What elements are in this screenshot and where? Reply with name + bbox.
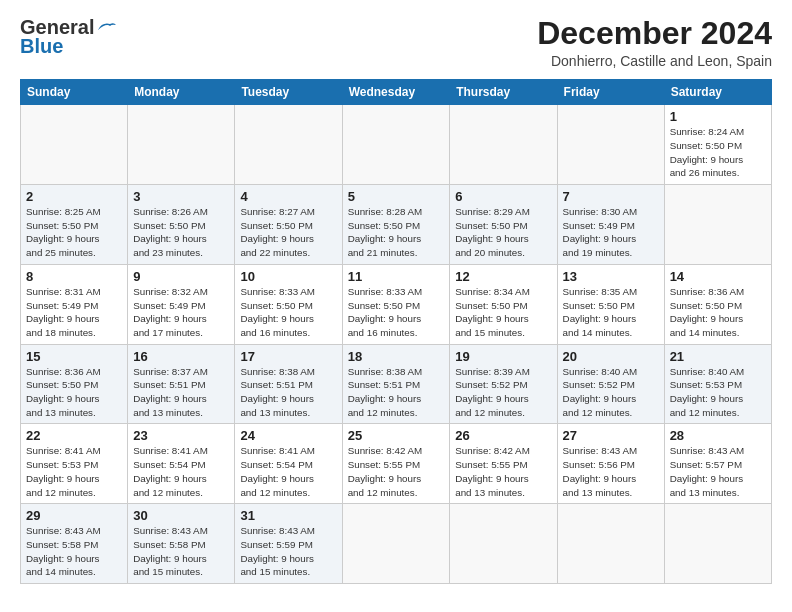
table-row: 7Sunrise: 8:30 AMSunset: 5:49 PMDaylight… xyxy=(557,185,664,265)
table-row: 30Sunrise: 8:43 AMSunset: 5:58 PMDayligh… xyxy=(128,504,235,584)
day-number: 9 xyxy=(133,269,229,284)
day-info: Sunrise: 8:42 AMSunset: 5:55 PMDaylight:… xyxy=(455,444,551,499)
day-number: 29 xyxy=(26,508,122,523)
table-row xyxy=(450,504,557,584)
day-info: Sunrise: 8:29 AMSunset: 5:50 PMDaylight:… xyxy=(455,205,551,260)
table-row: 10Sunrise: 8:33 AMSunset: 5:50 PMDayligh… xyxy=(235,264,342,344)
day-info: Sunrise: 8:33 AMSunset: 5:50 PMDaylight:… xyxy=(348,285,445,340)
day-info: Sunrise: 8:43 AMSunset: 5:59 PMDaylight:… xyxy=(240,524,336,579)
day-info: Sunrise: 8:42 AMSunset: 5:55 PMDaylight:… xyxy=(348,444,445,499)
title-block: December 2024 Donhierro, Castille and Le… xyxy=(537,16,772,69)
day-info: Sunrise: 8:37 AMSunset: 5:51 PMDaylight:… xyxy=(133,365,229,420)
table-row: 2Sunrise: 8:25 AMSunset: 5:50 PMDaylight… xyxy=(21,185,128,265)
table-row xyxy=(342,105,450,185)
day-info: Sunrise: 8:41 AMSunset: 5:54 PMDaylight:… xyxy=(133,444,229,499)
day-number: 7 xyxy=(563,189,659,204)
day-info: Sunrise: 8:34 AMSunset: 5:50 PMDaylight:… xyxy=(455,285,551,340)
table-row: 27Sunrise: 8:43 AMSunset: 5:56 PMDayligh… xyxy=(557,424,664,504)
logo: General Blue xyxy=(20,16,118,58)
calendar-week-row: 22Sunrise: 8:41 AMSunset: 5:53 PMDayligh… xyxy=(21,424,772,504)
day-info: Sunrise: 8:36 AMSunset: 5:50 PMDaylight:… xyxy=(670,285,766,340)
day-number: 26 xyxy=(455,428,551,443)
calendar-table: Sunday Monday Tuesday Wednesday Thursday… xyxy=(20,79,772,584)
calendar-page: General Blue December 2024 Donhierro, Ca… xyxy=(0,0,792,612)
day-number: 17 xyxy=(240,349,336,364)
table-row: 8Sunrise: 8:31 AMSunset: 5:49 PMDaylight… xyxy=(21,264,128,344)
day-number: 14 xyxy=(670,269,766,284)
table-row: 17Sunrise: 8:38 AMSunset: 5:51 PMDayligh… xyxy=(235,344,342,424)
day-info: Sunrise: 8:39 AMSunset: 5:52 PMDaylight:… xyxy=(455,365,551,420)
day-info: Sunrise: 8:30 AMSunset: 5:49 PMDaylight:… xyxy=(563,205,659,260)
table-row xyxy=(342,504,450,584)
day-number: 28 xyxy=(670,428,766,443)
table-row: 22Sunrise: 8:41 AMSunset: 5:53 PMDayligh… xyxy=(21,424,128,504)
day-info: Sunrise: 8:33 AMSunset: 5:50 PMDaylight:… xyxy=(240,285,336,340)
logo-bird-icon xyxy=(96,20,118,36)
table-row: 15Sunrise: 8:36 AMSunset: 5:50 PMDayligh… xyxy=(21,344,128,424)
day-number: 20 xyxy=(563,349,659,364)
calendar-week-row: 29Sunrise: 8:43 AMSunset: 5:58 PMDayligh… xyxy=(21,504,772,584)
table-row xyxy=(664,185,771,265)
day-number: 8 xyxy=(26,269,122,284)
table-row: 6Sunrise: 8:29 AMSunset: 5:50 PMDaylight… xyxy=(450,185,557,265)
day-number: 3 xyxy=(133,189,229,204)
table-row: 14Sunrise: 8:36 AMSunset: 5:50 PMDayligh… xyxy=(664,264,771,344)
day-number: 19 xyxy=(455,349,551,364)
day-info: Sunrise: 8:28 AMSunset: 5:50 PMDaylight:… xyxy=(348,205,445,260)
table-row xyxy=(450,105,557,185)
day-number: 25 xyxy=(348,428,445,443)
day-info: Sunrise: 8:25 AMSunset: 5:50 PMDaylight:… xyxy=(26,205,122,260)
table-row: 28Sunrise: 8:43 AMSunset: 5:57 PMDayligh… xyxy=(664,424,771,504)
day-number: 2 xyxy=(26,189,122,204)
col-wednesday: Wednesday xyxy=(342,80,450,105)
day-info: Sunrise: 8:43 AMSunset: 5:58 PMDaylight:… xyxy=(26,524,122,579)
header: General Blue December 2024 Donhierro, Ca… xyxy=(20,16,772,69)
table-row: 26Sunrise: 8:42 AMSunset: 5:55 PMDayligh… xyxy=(450,424,557,504)
table-row: 24Sunrise: 8:41 AMSunset: 5:54 PMDayligh… xyxy=(235,424,342,504)
day-info: Sunrise: 8:43 AMSunset: 5:58 PMDaylight:… xyxy=(133,524,229,579)
col-friday: Friday xyxy=(557,80,664,105)
day-info: Sunrise: 8:40 AMSunset: 5:52 PMDaylight:… xyxy=(563,365,659,420)
calendar-week-row: 8Sunrise: 8:31 AMSunset: 5:49 PMDaylight… xyxy=(21,264,772,344)
day-number: 24 xyxy=(240,428,336,443)
day-info: Sunrise: 8:31 AMSunset: 5:49 PMDaylight:… xyxy=(26,285,122,340)
day-number: 15 xyxy=(26,349,122,364)
col-monday: Monday xyxy=(128,80,235,105)
table-row: 12Sunrise: 8:34 AMSunset: 5:50 PMDayligh… xyxy=(450,264,557,344)
location: Donhierro, Castille and Leon, Spain xyxy=(537,53,772,69)
table-row: 20Sunrise: 8:40 AMSunset: 5:52 PMDayligh… xyxy=(557,344,664,424)
day-info: Sunrise: 8:41 AMSunset: 5:53 PMDaylight:… xyxy=(26,444,122,499)
table-row: 21Sunrise: 8:40 AMSunset: 5:53 PMDayligh… xyxy=(664,344,771,424)
table-row: 19Sunrise: 8:39 AMSunset: 5:52 PMDayligh… xyxy=(450,344,557,424)
table-row xyxy=(557,105,664,185)
calendar-header-row: Sunday Monday Tuesday Wednesday Thursday… xyxy=(21,80,772,105)
day-info: Sunrise: 8:38 AMSunset: 5:51 PMDaylight:… xyxy=(348,365,445,420)
table-row: 29Sunrise: 8:43 AMSunset: 5:58 PMDayligh… xyxy=(21,504,128,584)
day-info: Sunrise: 8:27 AMSunset: 5:50 PMDaylight:… xyxy=(240,205,336,260)
col-saturday: Saturday xyxy=(664,80,771,105)
table-row: 1Sunrise: 8:24 AMSunset: 5:50 PMDaylight… xyxy=(664,105,771,185)
col-sunday: Sunday xyxy=(21,80,128,105)
table-row xyxy=(21,105,128,185)
day-info: Sunrise: 8:38 AMSunset: 5:51 PMDaylight:… xyxy=(240,365,336,420)
table-row: 25Sunrise: 8:42 AMSunset: 5:55 PMDayligh… xyxy=(342,424,450,504)
month-title: December 2024 xyxy=(537,16,772,51)
table-row: 3Sunrise: 8:26 AMSunset: 5:50 PMDaylight… xyxy=(128,185,235,265)
day-number: 11 xyxy=(348,269,445,284)
day-number: 5 xyxy=(348,189,445,204)
day-number: 4 xyxy=(240,189,336,204)
day-info: Sunrise: 8:32 AMSunset: 5:49 PMDaylight:… xyxy=(133,285,229,340)
table-row: 16Sunrise: 8:37 AMSunset: 5:51 PMDayligh… xyxy=(128,344,235,424)
day-number: 12 xyxy=(455,269,551,284)
day-info: Sunrise: 8:35 AMSunset: 5:50 PMDaylight:… xyxy=(563,285,659,340)
table-row xyxy=(664,504,771,584)
table-row: 9Sunrise: 8:32 AMSunset: 5:49 PMDaylight… xyxy=(128,264,235,344)
col-tuesday: Tuesday xyxy=(235,80,342,105)
day-number: 23 xyxy=(133,428,229,443)
col-thursday: Thursday xyxy=(450,80,557,105)
table-row: 4Sunrise: 8:27 AMSunset: 5:50 PMDaylight… xyxy=(235,185,342,265)
day-info: Sunrise: 8:43 AMSunset: 5:56 PMDaylight:… xyxy=(563,444,659,499)
day-info: Sunrise: 8:36 AMSunset: 5:50 PMDaylight:… xyxy=(26,365,122,420)
table-row: 31Sunrise: 8:43 AMSunset: 5:59 PMDayligh… xyxy=(235,504,342,584)
day-number: 10 xyxy=(240,269,336,284)
